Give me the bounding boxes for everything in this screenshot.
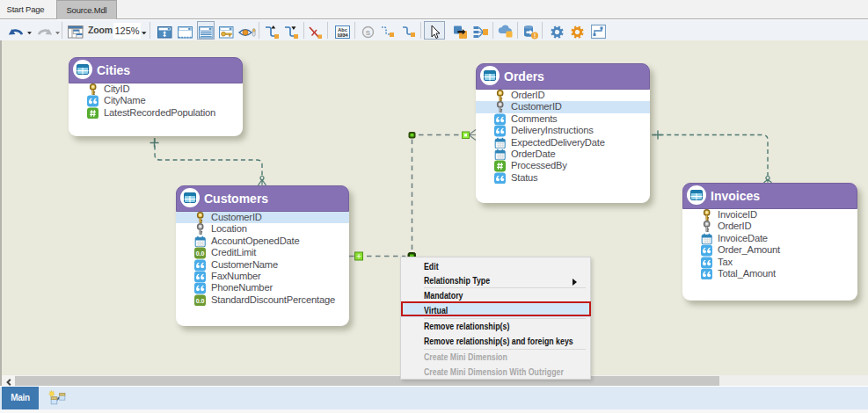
svg-text:S: S — [366, 29, 371, 37]
svg-text:!: ! — [534, 33, 536, 39]
svg-text:1234: 1234 — [337, 33, 348, 38]
